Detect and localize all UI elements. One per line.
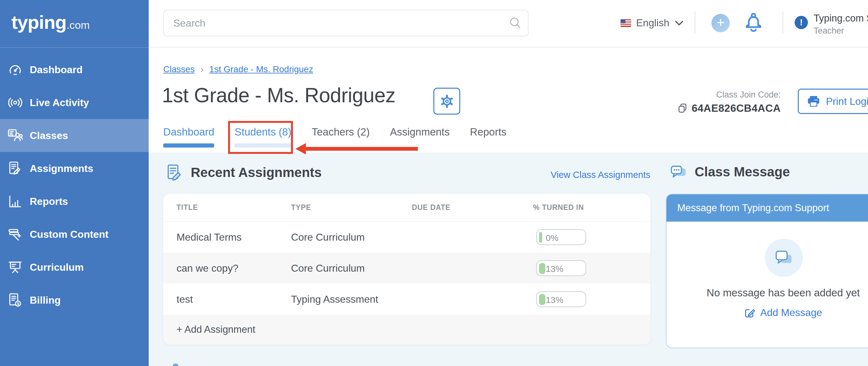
- assignment-title: test: [177, 293, 291, 305]
- sidebar-nav: Dashboard Live Activity Classes: [0, 53, 149, 317]
- topbar-divider: [783, 11, 783, 33]
- col-title: TITLE: [177, 203, 291, 212]
- class-settings-button[interactable]: [433, 88, 460, 115]
- breadcrumb-separator: ›: [200, 64, 204, 75]
- bell-icon: [745, 13, 762, 33]
- view-class-assignments-link[interactable]: View Class Assignments: [550, 170, 650, 180]
- recent-assignments-title: Recent Assignments: [191, 165, 322, 180]
- assignments-table-body: Medical Terms Core Curriculum 0% can we …: [163, 222, 650, 315]
- sidebar: typing .com Dashboard Live Activity: [0, 0, 149, 366]
- class-join-code-value[interactable]: 64AE826CB4ACA: [691, 102, 781, 114]
- account-menu[interactable]: ! Typing.com Su Teacher: [795, 13, 868, 36]
- language-label: English: [636, 17, 669, 29]
- account-role: Teacher: [814, 26, 868, 36]
- empty-message-text: No message has been added yet: [666, 287, 868, 299]
- tab-reports[interactable]: Reports: [470, 126, 507, 147]
- us-flag-icon: [621, 19, 631, 27]
- reports-icon: [8, 194, 23, 209]
- dashboard-content: Recent Assignments View Class Assignment…: [149, 152, 868, 366]
- language-selector[interactable]: English: [621, 17, 684, 29]
- breadcrumb-classes-link[interactable]: Classes: [163, 64, 195, 75]
- class-message-card: Message from Typing.com Support No messa…: [666, 194, 868, 348]
- assignments-icon: [8, 161, 23, 176]
- sidebar-item-live-activity[interactable]: Live Activity: [0, 86, 149, 119]
- sidebar-item-curriculum[interactable]: Curriculum: [0, 251, 149, 284]
- tab-assignments[interactable]: Assignments: [390, 126, 450, 147]
- turned-in-progress-pill: 0%: [536, 229, 586, 245]
- sidebar-item-label: Live Activity: [30, 97, 89, 109]
- assignment-title: Medical Terms: [177, 231, 291, 243]
- live-activity-icon: [8, 95, 23, 110]
- sidebar-item-custom-content[interactable]: Custom Content: [0, 218, 149, 251]
- progress-value: 0%: [546, 233, 558, 243]
- sidebar-item-billing[interactable]: $ Billing: [0, 284, 149, 317]
- sidebar-item-label: Curriculum: [30, 261, 84, 273]
- breadcrumb: Classes › 1st Grade - Ms. Rodriguez: [163, 64, 313, 75]
- sidebar-item-assignments[interactable]: Assignments: [0, 152, 149, 185]
- recent-assignments-icon: [166, 164, 183, 181]
- gear-icon: [439, 94, 455, 109]
- chat-bubbles-icon: [774, 249, 794, 266]
- class-message-icon: [670, 164, 687, 180]
- custom-content-icon: [8, 227, 23, 242]
- tab-teachers[interactable]: Teachers (2): [312, 126, 369, 147]
- copy-icon[interactable]: [678, 103, 688, 114]
- svg-text:$: $: [17, 302, 19, 306]
- assignments-table-header: TITLE TYPE DUE DATE % TURNED IN: [163, 194, 650, 222]
- topbar: English + ! Typing.com Su Teacher: [149, 0, 868, 48]
- assignment-row[interactable]: can we copy? Core Curriculum 13%: [163, 253, 650, 284]
- assignment-type: Typing Assessment: [291, 293, 412, 305]
- add-message-link[interactable]: Add Message: [666, 307, 868, 318]
- annotation-arrow-shaft: [305, 147, 418, 151]
- search-input[interactable]: [163, 10, 529, 36]
- edit-pencil-icon: [744, 307, 756, 318]
- sidebar-item-label: Assignments: [30, 163, 93, 174]
- sidebar-item-label: Custom Content: [30, 229, 108, 240]
- progress-value: 13%: [546, 264, 563, 274]
- billing-icon: $: [8, 292, 23, 308]
- class-message-card-header: Message from Typing.com Support: [666, 194, 868, 222]
- assignment-row[interactable]: test Typing Assessment 13%: [163, 284, 650, 315]
- sidebar-item-dashboard[interactable]: Dashboard: [0, 53, 149, 86]
- col-turned-in: % TURNED IN: [533, 203, 650, 212]
- typing-com-logo[interactable]: typing .com: [11, 11, 90, 33]
- progress-value: 13%: [546, 295, 563, 305]
- class-join-code-block: Class Join Code: 64AE826CB4ACA: [652, 90, 781, 114]
- page-title: 1st Grade - Ms. Rodriguez: [162, 84, 395, 107]
- assignment-row[interactable]: Medical Terms Core Curriculum 0%: [163, 222, 650, 253]
- col-type: TYPE: [291, 203, 412, 212]
- topbar-divider: [695, 11, 695, 33]
- add-new-button[interactable]: +: [711, 14, 730, 32]
- print-login-label: Print Login: [826, 95, 868, 107]
- add-assignment-button[interactable]: + Add Assignment: [163, 315, 650, 344]
- sidebar-item-label: Classes: [30, 130, 68, 142]
- curriculum-icon: [8, 260, 23, 275]
- turned-in-progress-pill: 13%: [536, 291, 586, 307]
- recent-assignments-header: Recent Assignments: [166, 164, 322, 181]
- notifications-button[interactable]: [745, 13, 762, 34]
- next-section-icon-fragment: [173, 363, 178, 366]
- sidebar-item-label: Billing: [30, 294, 61, 306]
- assignment-type: Core Curriculum: [291, 262, 412, 274]
- empty-message-badge: [765, 239, 803, 277]
- tab-dashboard[interactable]: Dashboard: [163, 126, 214, 147]
- turned-in-progress-pill: 13%: [536, 260, 586, 276]
- annotation-box-students-tab: [228, 121, 293, 154]
- printer-icon: [807, 95, 820, 107]
- sidebar-item-label: Reports: [30, 196, 68, 207]
- sidebar-item-label: Dashboard: [30, 64, 83, 76]
- sidebar-divider: [0, 48, 149, 48]
- account-avatar: !: [795, 16, 808, 29]
- sidebar-item-classes[interactable]: Classes: [0, 119, 149, 152]
- sidebar-item-reports[interactable]: Reports: [0, 185, 149, 218]
- class-tabs: Dashboard Students (8) Teachers (2) Assi…: [163, 126, 506, 147]
- progress-bar-fill: [539, 232, 542, 243]
- annotation-arrow-head: [296, 143, 306, 154]
- account-name: Typing.com Su: [814, 13, 868, 24]
- class-message-header: Class Message: [670, 164, 790, 180]
- classes-icon: [8, 128, 23, 143]
- assignment-title: can we copy?: [177, 262, 291, 274]
- class-message-title: Class Message: [695, 164, 790, 179]
- breadcrumb-current-link[interactable]: 1st Grade - Ms. Rodriguez: [209, 64, 313, 75]
- print-login-button[interactable]: Print Login: [798, 89, 868, 114]
